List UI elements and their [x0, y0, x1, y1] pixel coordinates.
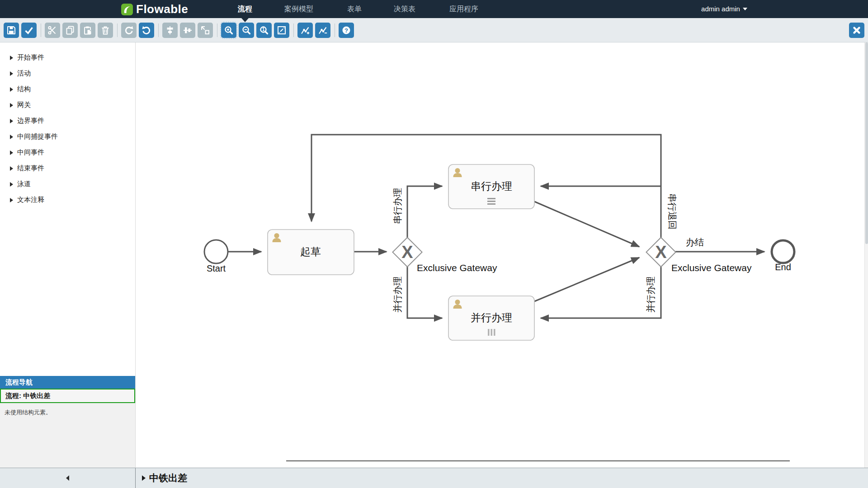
palette-item-gateways[interactable]: 网关 [0, 97, 135, 113]
bottom-bar: 中铁出差 [0, 468, 868, 488]
toolbar-separator [293, 23, 294, 37]
toolbar-separator [117, 23, 118, 37]
redo-button[interactable] [121, 23, 137, 38]
palette-item-intermediate-events[interactable]: 中间事件 [0, 145, 135, 160]
tab-processes[interactable]: 流程 [238, 0, 252, 18]
copy-button[interactable] [62, 23, 78, 38]
chevron-right-icon [10, 87, 13, 92]
shape-palette: 开始事件 活动 结构 网关 边界事件 中间捕捉事件 中间事件 结束事件 [0, 42, 136, 376]
user-task-parallel[interactable]: 并行办理 [448, 296, 534, 340]
palette-item-intermediate-catching-events[interactable]: 中间捕捉事件 [0, 129, 135, 145]
collapse-sidebar-button[interactable] [0, 468, 136, 488]
undo-button[interactable] [139, 23, 154, 38]
bpmn-diagram: 串行办理 并行办理 串行退回 并行办理 办结 Start 起草 [136, 42, 868, 468]
canvas-vertical-scrollbar[interactable] [864, 42, 868, 468]
end-event-node[interactable]: End [772, 240, 794, 272]
palette-item-label: 结束事件 [17, 164, 44, 173]
flow-gateway-to-parallel[interactable] [407, 267, 442, 318]
palette-item-text-annotation[interactable]: 文本注释 [0, 192, 135, 208]
start-event-node[interactable]: Start [204, 240, 228, 273]
align-vertical-button[interactable] [162, 23, 178, 38]
process-navigator-header: 流程导航 [0, 376, 135, 389]
user-task-draft[interactable]: 起草 [268, 230, 354, 275]
model-breadcrumb[interactable]: 中铁出差 [136, 468, 187, 488]
palette-item-activities[interactable]: 活动 [0, 66, 135, 81]
paste-icon [82, 25, 93, 36]
end-event-label: End [775, 262, 791, 272]
flow-parallel-to-gateway[interactable] [534, 258, 639, 301]
process-navigator-note: 未使用结构元素。 [0, 403, 135, 417]
flowable-logo[interactable]: Flowable [121, 2, 188, 16]
zoom-in-icon [223, 25, 234, 36]
edge-label-parallel-branch[interactable]: 并行办理 [392, 277, 402, 313]
tab-apps[interactable]: 应用程序 [449, 0, 478, 18]
edge-label-serial-return[interactable]: 串行退回 [667, 193, 677, 230]
zoom-actual-button[interactable]: 1 [256, 23, 272, 38]
chevron-down-icon [743, 8, 747, 10]
remove-bendpoint-icon [317, 25, 328, 36]
save-button[interactable] [4, 23, 19, 38]
palette-item-end-events[interactable]: 结束事件 [0, 160, 135, 176]
svg-text:1: 1 [262, 27, 265, 32]
validate-button[interactable] [21, 23, 37, 38]
align-horizontal-icon [182, 25, 193, 36]
edge-label-serial-branch[interactable]: 串行办理 [392, 188, 402, 224]
palette-item-label: 活动 [17, 69, 31, 78]
top-navbar: Flowable 流程 案例模型 表单 决策表 应用程序 admin admin [0, 0, 868, 18]
bpmn-canvas[interactable]: 串行办理 并行办理 串行退回 并行办理 办结 Start 起草 [136, 42, 868, 468]
start-event-label: Start [207, 263, 226, 273]
parallel-multi-instance-icon [488, 329, 495, 336]
process-navigator-panel: 流程导航 流程: 中铁出差 未使用结构元素。 [0, 376, 136, 468]
delete-button[interactable] [98, 23, 113, 38]
palette-item-label: 网关 [17, 101, 31, 109]
user-task-serial[interactable]: 串行办理 [448, 164, 534, 209]
chevron-right-icon [10, 150, 13, 155]
scrollbar-thumb[interactable] [865, 42, 868, 244]
exclusive-gateway-left[interactable]: X Exclusive Gateway [392, 237, 497, 273]
same-size-icon [200, 25, 211, 36]
cut-button[interactable] [45, 23, 60, 38]
exclusive-gateway-right-label: Exclusive Gateway [671, 263, 752, 273]
edge-label-finish[interactable]: 办结 [686, 237, 704, 247]
user-menu[interactable]: admin admin [701, 0, 747, 18]
palette-item-label: 文本注释 [17, 196, 44, 204]
chevron-left-icon [66, 475, 69, 481]
user-menu-label: admin admin [701, 0, 740, 18]
align-horizontal-button[interactable] [180, 23, 195, 38]
align-vertical-icon [165, 25, 175, 36]
undo-icon [141, 25, 152, 36]
zoom-out-button[interactable] [239, 23, 254, 38]
flow-gateway-to-serial[interactable] [407, 186, 442, 238]
redo-icon [123, 25, 134, 36]
tab-case-models[interactable]: 案例模型 [284, 0, 313, 18]
sequence-flows [228, 135, 764, 318]
zoom-out-icon [241, 25, 252, 36]
paste-button[interactable] [80, 23, 95, 38]
user-task-parallel-label: 并行办理 [471, 312, 512, 324]
save-icon [6, 25, 17, 36]
chevron-right-icon [142, 475, 146, 481]
palette-item-start-events[interactable]: 开始事件 [0, 50, 135, 66]
palette-item-boundary-events[interactable]: 边界事件 [0, 113, 135, 129]
remove-bendpoint-button[interactable] [315, 23, 330, 38]
zoom-fit-button[interactable] [274, 23, 289, 38]
palette-item-structural[interactable]: 结构 [0, 81, 135, 97]
tab-forms[interactable]: 表单 [347, 0, 362, 18]
palette-item-swimlanes[interactable]: 泳道 [0, 176, 135, 192]
validate-icon [24, 25, 34, 36]
edge-label-parallel-return[interactable]: 并行办理 [646, 277, 656, 313]
close-editor-button[interactable] [849, 23, 864, 38]
add-bendpoint-button[interactable] [297, 23, 313, 38]
same-size-button[interactable] [198, 23, 213, 38]
process-navigator-selected-item[interactable]: 流程: 中铁出差 [0, 389, 135, 403]
exclusive-gateway-left-label: Exclusive Gateway [417, 263, 497, 273]
tab-decision-tables[interactable]: 决策表 [394, 0, 415, 18]
zoom-in-button[interactable] [221, 23, 236, 38]
palette-item-label: 中间捕捉事件 [17, 132, 58, 141]
cut-icon [47, 25, 58, 36]
palette-item-label: 中间事件 [17, 148, 44, 157]
flow-serial-to-gateway[interactable] [534, 202, 639, 247]
chevron-right-icon [10, 135, 13, 139]
user-task-serial-label: 串行办理 [471, 180, 512, 192]
help-button[interactable]: ? [339, 23, 354, 38]
